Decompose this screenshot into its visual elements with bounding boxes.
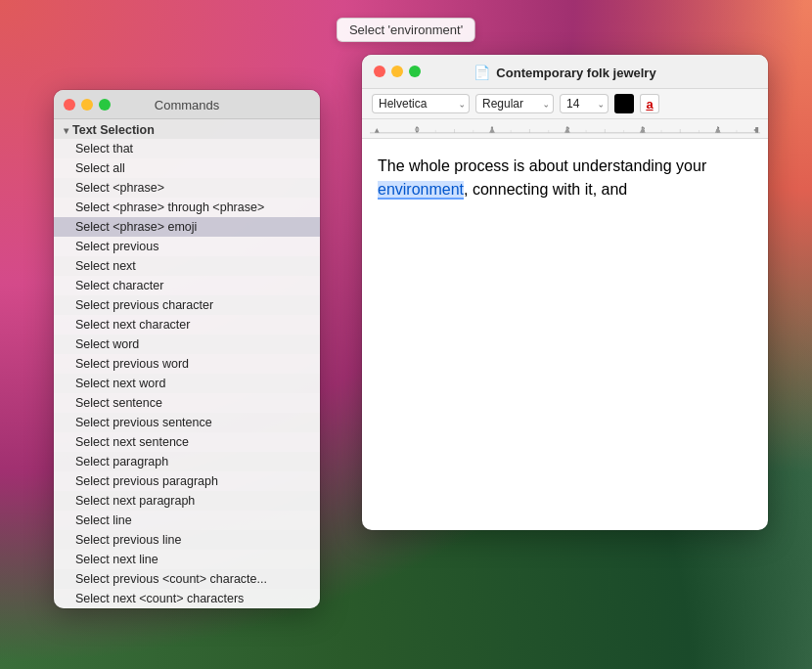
text-color-button[interactable]: a (640, 94, 659, 113)
command-item-23[interactable]: Select next <count> characters (54, 589, 320, 608)
command-item-16[interactable]: Select paragraph (54, 452, 320, 471)
command-item-9[interactable]: Select next character (54, 315, 320, 334)
content-text-before: The whole process is about understanding… (378, 157, 706, 174)
editor-ruler: 0 1 2 3 4 (362, 119, 768, 139)
editor-close-button[interactable] (374, 66, 385, 77)
highlighted-word: environment (378, 181, 464, 200)
command-item-8[interactable]: Select previous character (54, 295, 320, 315)
commands-list[interactable]: ▾ Text Selection Select thatSelect allSe… (54, 119, 320, 608)
command-item-11[interactable]: Select previous word (54, 354, 320, 374)
section-label: Text Selection (72, 123, 155, 137)
document-icon: 📄 (474, 65, 490, 80)
font-select-wrapper: Helvetica Arial Times New Roman (372, 94, 470, 113)
font-select[interactable]: Helvetica Arial Times New Roman (372, 94, 470, 113)
command-item-4[interactable]: Select <phrase> emoji (54, 217, 320, 237)
editor-title: 📄 Contemporary folk jewelry (474, 65, 655, 80)
command-item-1[interactable]: Select all (54, 158, 320, 178)
editor-toolbar: Helvetica Arial Times New Roman Regular … (362, 89, 768, 119)
tooltip-label: Select 'environment' (337, 18, 475, 42)
command-item-14[interactable]: Select previous sentence (54, 413, 320, 432)
editor-content[interactable]: The whole process is about understanding… (362, 139, 768, 530)
command-item-6[interactable]: Select next (54, 256, 320, 276)
command-item-10[interactable]: Select word (54, 334, 320, 354)
window-buttons (64, 99, 111, 111)
command-item-19[interactable]: Select line (54, 511, 320, 530)
size-select-wrapper: 14 12 16 18 24 (560, 94, 609, 113)
content-text-after: , connecting with it, and (464, 181, 627, 198)
chevron-icon: ▾ (64, 125, 68, 136)
style-select[interactable]: Regular Bold Italic (475, 94, 554, 113)
svg-text:0: 0 (415, 125, 419, 134)
commands-title: Commands (155, 98, 219, 112)
editor-titlebar: 📄 Contemporary folk jewelry (362, 55, 768, 89)
command-item-7[interactable]: Select character (54, 276, 320, 295)
command-item-2[interactable]: Select <phrase> (54, 178, 320, 198)
size-select[interactable]: 14 12 16 18 24 (560, 94, 609, 113)
command-item-22[interactable]: Select previous <count> characte... (54, 569, 320, 589)
command-item-18[interactable]: Select next paragraph (54, 491, 320, 511)
editor-window-buttons (374, 66, 421, 77)
maximize-button[interactable] (99, 99, 111, 111)
command-item-17[interactable]: Select previous paragraph (54, 471, 320, 491)
editor-maximize-button[interactable] (409, 66, 421, 77)
command-item-5[interactable]: Select previous (54, 237, 320, 256)
ruler-svg: 0 1 2 3 4 (370, 119, 760, 139)
color-swatch[interactable] (614, 94, 634, 113)
section-header-text-selection: ▾ Text Selection (54, 119, 320, 139)
command-item-20[interactable]: Select previous line (54, 530, 320, 550)
commands-window: Commands ▾ Text Selection Select thatSel… (54, 90, 320, 608)
editor-minimize-button[interactable] (391, 66, 403, 77)
close-button[interactable] (64, 99, 75, 111)
style-select-wrapper: Regular Bold Italic (475, 94, 554, 113)
commands-titlebar: Commands (54, 90, 320, 119)
command-item-12[interactable]: Select next word (54, 374, 320, 393)
command-item-13[interactable]: Select sentence (54, 393, 320, 413)
command-item-15[interactable]: Select next sentence (54, 432, 320, 452)
editor-title-text: Contemporary folk jewelry (496, 66, 655, 80)
minimize-button[interactable] (81, 99, 93, 111)
editor-window: 📄 Contemporary folk jewelry Helvetica Ar… (362, 55, 768, 530)
command-item-0[interactable]: Select that (54, 139, 320, 158)
command-item-3[interactable]: Select <phrase> through <phrase> (54, 198, 320, 217)
command-item-21[interactable]: Select next line (54, 550, 320, 569)
